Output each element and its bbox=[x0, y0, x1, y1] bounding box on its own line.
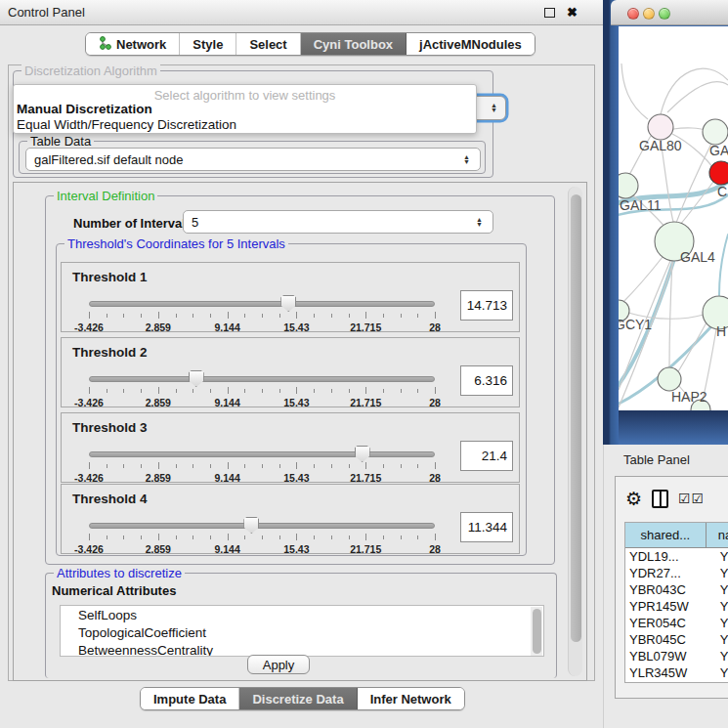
thresholds-group-title: Threshold's Coordinates for 5 Intervals bbox=[64, 236, 288, 251]
settings-scrollbar[interactable] bbox=[568, 187, 582, 676]
node-ga[interactable] bbox=[703, 119, 728, 145]
tab-style[interactable]: Style bbox=[180, 33, 236, 55]
columns-icon[interactable] bbox=[652, 490, 668, 508]
numerical-attributes-list: SelfLoops TopologicalCoefficient Between… bbox=[60, 605, 544, 657]
tab-network[interactable]: Network bbox=[86, 33, 180, 55]
scale-label: 9.144 bbox=[214, 321, 239, 333]
slider-ticks bbox=[89, 534, 435, 541]
combo-arrows-icon: ▲▼ bbox=[476, 217, 483, 227]
tab-impute-data-label: Impute Data bbox=[153, 692, 226, 707]
node-table: shared... na YDL19...YDL1 YDR27...YDR2 Y… bbox=[624, 522, 728, 683]
threshold-2-slider-track[interactable] bbox=[89, 376, 435, 382]
threshold-4-slider-thumb[interactable] bbox=[243, 517, 259, 534]
tab-jactivemnodules[interactable]: jActiveMNodules bbox=[407, 33, 535, 55]
slider-scale-labels: -3.426 2.859 9.144 15.43 21.715 28 bbox=[89, 397, 435, 408]
control-panel-titlebar: Control Panel ✖ bbox=[0, 0, 603, 25]
node-hap2[interactable] bbox=[658, 367, 681, 391]
slider-ticks bbox=[89, 462, 435, 470]
threshold-1-label: Threshold 1 bbox=[72, 270, 148, 284]
node-gal80[interactable] bbox=[648, 114, 673, 140]
threshold-3-slider-track[interactable] bbox=[89, 451, 435, 457]
tab-impute-data[interactable]: Impute Data bbox=[141, 688, 239, 709]
settings-scrollbar-thumb[interactable] bbox=[571, 194, 581, 642]
table-row[interactable]: YDL19...YDL1 bbox=[625, 548, 728, 565]
algorithm-option-manual[interactable]: Manual Discretization bbox=[17, 102, 152, 116]
tab-cyni-toolbox-label: Cyni Toolbox bbox=[314, 37, 393, 52]
threshold-2-value-field[interactable]: 6.316 bbox=[460, 365, 513, 396]
network-canvas[interactable]: GAL80 GA C GAL11 GAL4 GCY1 H HAP2 bbox=[619, 26, 728, 410]
threshold-4-value-field[interactable]: 11.344 bbox=[460, 512, 513, 542]
threshold-3-slider-thumb[interactable] bbox=[355, 446, 370, 462]
scale-label: 28 bbox=[429, 397, 441, 408]
network-icon bbox=[99, 36, 111, 53]
slider-ticks bbox=[89, 312, 435, 320]
float-panel-icon[interactable] bbox=[544, 8, 555, 18]
tab-discretize-data[interactable]: Discretize Data bbox=[239, 688, 357, 709]
attributes-list-scrollbar[interactable] bbox=[531, 607, 542, 657]
threshold-3-label: Threshold 3 bbox=[72, 420, 148, 435]
node-label-h: H bbox=[716, 323, 726, 339]
tab-jactivemnodules-label: jActiveMNodules bbox=[419, 37, 522, 52]
node-label-gal11: GAL11 bbox=[620, 197, 662, 213]
threshold-4-label: Threshold 4 bbox=[72, 492, 148, 506]
node-label-c: C bbox=[717, 184, 727, 199]
scale-label: -3.426 bbox=[74, 321, 104, 333]
table-data-group: Table Data galFiltered.sif default node … bbox=[19, 141, 486, 174]
scale-label: 9.144 bbox=[214, 543, 239, 555]
table-row[interactable]: YLR345WYLR3 bbox=[625, 664, 728, 681]
table-row[interactable]: YPR145WYPR1 bbox=[625, 598, 728, 615]
threshold-1-slider-thumb[interactable] bbox=[280, 295, 296, 312]
attribute-item[interactable]: TopologicalCoefficient bbox=[61, 623, 543, 641]
window-close-icon[interactable] bbox=[627, 8, 639, 20]
threshold-4-box: Threshold 4 -3.426 2.859 9.144 15.43 21.… bbox=[61, 484, 520, 554]
num-intervals-select[interactable]: 5 ▲▼ bbox=[183, 210, 493, 234]
control-panel-tabs: Network Style Select Cyni Toolbox jActiv… bbox=[85, 32, 535, 56]
close-panel-icon[interactable]: ✖ bbox=[567, 5, 578, 20]
node-label-hap2: HAP2 bbox=[671, 389, 707, 405]
threshold-2-slider-thumb[interactable] bbox=[189, 370, 204, 387]
table-panel-title: Table Panel bbox=[623, 452, 690, 467]
slider-ticks bbox=[89, 387, 435, 395]
column-header-name[interactable]: na bbox=[707, 523, 728, 547]
algorithm-placeholder: Select algorithm to view settings bbox=[14, 88, 476, 103]
scale-label: 9.144 bbox=[214, 472, 239, 484]
table-data-selected-value: galFiltered.sif default node bbox=[34, 152, 183, 167]
threshold-1-value-field[interactable]: 14.713 bbox=[460, 290, 513, 321]
threshold-3-value-field[interactable]: 21.4 bbox=[460, 441, 513, 471]
window-zoom-icon[interactable] bbox=[659, 8, 670, 20]
table-row[interactable]: YBL079WYBL0 bbox=[625, 648, 728, 664]
node-gal11[interactable] bbox=[619, 173, 638, 198]
table-row[interactable]: YIL052CYIL0 bbox=[625, 681, 728, 683]
column-header-shared-name[interactable]: shared... bbox=[625, 523, 707, 547]
threshold-1-slider-track[interactable] bbox=[89, 301, 435, 307]
table-row[interactable]: YDR27...YDR2 bbox=[625, 565, 728, 581]
table-data-select[interactable]: galFiltered.sif default node ▲▼ bbox=[25, 148, 481, 171]
checkbox-icons[interactable]: ☑☑ bbox=[678, 491, 705, 506]
table-header-row: shared... na bbox=[625, 523, 728, 548]
algorithm-option-equal-width[interactable]: Equal Width/Frequency Discretization bbox=[17, 117, 236, 132]
tab-infer-network[interactable]: Infer Network bbox=[358, 688, 464, 709]
scale-label: 15.43 bbox=[283, 321, 309, 333]
scale-label: 28 bbox=[429, 543, 441, 555]
table-row[interactable]: YBR043CYBR0 bbox=[625, 581, 728, 598]
tab-discretize-data-label: Discretize Data bbox=[252, 692, 343, 707]
node-label-gcy1: GCY1 bbox=[619, 317, 652, 332]
network-window-titlebar[interactable] bbox=[611, 0, 728, 25]
table-row[interactable]: YER054CYER0 bbox=[625, 615, 728, 631]
apply-button[interactable]: Apply bbox=[247, 655, 310, 674]
tab-select-label: Select bbox=[249, 37, 286, 52]
tab-select[interactable]: Select bbox=[236, 33, 300, 55]
node-selected-red[interactable] bbox=[709, 161, 728, 185]
node-label-gal80: GAL80 bbox=[639, 138, 682, 153]
window-minimize-icon[interactable] bbox=[643, 8, 655, 20]
scale-label: 21.715 bbox=[350, 472, 381, 484]
scale-label: 21.715 bbox=[350, 397, 381, 408]
table-row[interactable]: YBR045CYBR0 bbox=[625, 631, 728, 648]
tab-cyni-toolbox[interactable]: Cyni Toolbox bbox=[301, 33, 407, 55]
attributes-list-scrollbar-thumb[interactable] bbox=[533, 609, 541, 654]
attribute-item[interactable]: SelfLoops bbox=[61, 606, 543, 623]
gear-icon[interactable]: ⚙ bbox=[625, 488, 642, 510]
algorithm-dropdown-popup: Select algorithm to view settings Manual… bbox=[13, 84, 477, 134]
threshold-4-slider-track[interactable] bbox=[89, 523, 435, 529]
num-intervals-label: Number of Intervals bbox=[73, 216, 193, 231]
